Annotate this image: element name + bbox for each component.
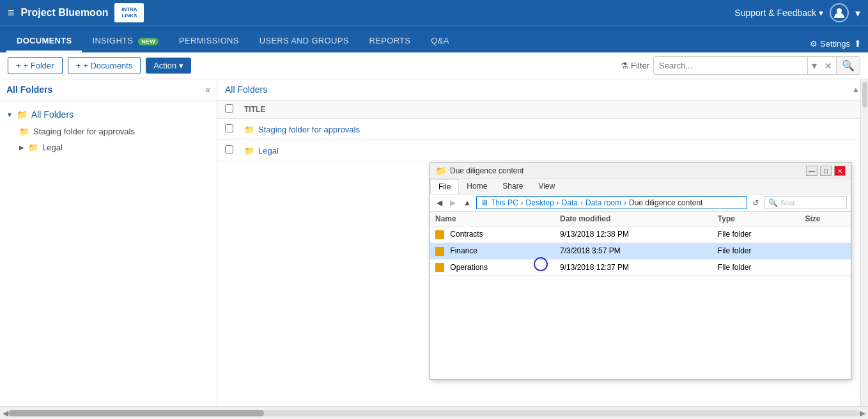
- explorer-search-box[interactable]: 🔍 Sear...: [764, 196, 847, 209]
- action-chevron-icon: ▾: [179, 61, 183, 70]
- sort-icon[interactable]: ▲: [852, 85, 860, 94]
- settings-gear-icon: ⚙: [810, 39, 818, 49]
- sidebar-item-staging[interactable]: 📁 Staging folder for approvals: [0, 123, 217, 139]
- ribbon-tab-view[interactable]: View: [531, 179, 562, 194]
- file-row-contracts[interactable]: Contracts 9/13/2018 12:38 PM File folder: [430, 226, 851, 243]
- col-size-header: Size: [800, 212, 851, 226]
- back-button[interactable]: ◀: [434, 197, 445, 209]
- tab-permissions-label: PERMISSIONS: [179, 36, 239, 45]
- refresh-button[interactable]: ↺: [750, 197, 761, 209]
- toolbar-right: ⚗ Filter ▾ ✕ 🔍: [621, 56, 860, 75]
- folder-icon: 📁: [17, 109, 27, 120]
- row-checkbox-staging: [225, 124, 244, 134]
- filter-button[interactable]: ⚗ Filter: [621, 61, 649, 70]
- sidebar-item-all-folders[interactable]: ▼ 📁 All Folders: [0, 106, 217, 123]
- file-type-finance: File folder: [713, 242, 800, 259]
- close-button[interactable]: ✕: [834, 166, 846, 176]
- tab-qa[interactable]: Q&A: [421, 31, 459, 52]
- tab-insights[interactable]: INSIGHTS new: [82, 31, 169, 52]
- breadcrumb: All Folders: [225, 84, 267, 95]
- search-submit-icon[interactable]: 🔍: [836, 57, 860, 74]
- tab-users-groups-label: USERS AND GROUPS: [260, 36, 349, 45]
- file-type-operations: File folder: [713, 259, 800, 276]
- bottom-scrollbar[interactable]: ◀ ▶: [0, 406, 868, 419]
- file-row-operations[interactable]: Operations 9/13/2018 12:37 PM File folde…: [430, 259, 851, 276]
- up-button[interactable]: ▲: [461, 197, 474, 209]
- staging-folder-row[interactable]: 📁 Staging folder for approvals: [244, 125, 860, 134]
- col-type-header: Type: [713, 212, 800, 226]
- hamburger-icon[interactable]: ≡: [8, 6, 15, 20]
- file-name-finance: Finance: [430, 242, 555, 259]
- explorer-file-list: Name Date modified Type Size Contracts 9…: [430, 212, 851, 379]
- add-documents-label: + Documents: [83, 61, 132, 70]
- support-feedback-button[interactable]: Support & Feedback ▾: [734, 8, 823, 18]
- tab-documents-label: DOCUMENTS: [17, 36, 72, 45]
- file-row-finance[interactable]: Finance 7/3/2018 3:57 PM File folder: [430, 242, 851, 259]
- legal-folder-row[interactable]: 📁 Legal: [244, 146, 860, 155]
- path-desktop: Desktop: [526, 198, 554, 207]
- ribbon-tab-home[interactable]: Home: [459, 179, 495, 194]
- explorer-window: 📁 Due diligence content — □ ✕ File Home …: [430, 162, 851, 380]
- table-row[interactable]: 📁 Legal: [217, 140, 867, 161]
- collapse-icon[interactable]: ⬆: [854, 38, 862, 49]
- select-all-checkbox[interactable]: [225, 104, 233, 113]
- checkbox-legal[interactable]: [225, 145, 233, 154]
- logo-text: INTRA LINKS: [121, 6, 137, 19]
- maximize-button[interactable]: □: [820, 166, 832, 176]
- col-name-header: Name: [430, 212, 555, 226]
- sidebar: All Folders « ▼ 📁 All Folders 📁 Staging …: [0, 79, 217, 406]
- sidebar-collapse-button[interactable]: «: [205, 84, 210, 95]
- path-thispc: This PC: [491, 198, 518, 207]
- search-input[interactable]: [654, 58, 807, 73]
- explorer-ribbon: File Home Share View: [430, 179, 851, 194]
- file-table: Name Date modified Type Size Contracts 9…: [430, 212, 851, 276]
- tab-reports-label: REPORTS: [369, 36, 411, 45]
- search-clear-icon[interactable]: ✕: [821, 58, 836, 74]
- search-dropdown-icon[interactable]: ▾: [807, 57, 821, 74]
- add-folder-label: + Folder: [24, 61, 54, 70]
- add-folder-button[interactable]: + + Folder: [8, 57, 63, 74]
- file-size-operations: [800, 259, 851, 276]
- file-size-contracts: [800, 226, 851, 243]
- scrollbar-track[interactable]: [8, 410, 860, 416]
- toolbar-left: + + Folder + + Documents Action ▾: [8, 57, 191, 74]
- checkbox-staging[interactable]: [225, 124, 233, 132]
- file-date-operations: 9/13/2018 12:37 PM: [555, 259, 713, 276]
- user-avatar[interactable]: [830, 3, 849, 22]
- add-documents-button[interactable]: + + Documents: [68, 57, 141, 74]
- main-content: All Folders « ▼ 📁 All Folders 📁 Staging …: [0, 79, 868, 406]
- support-feedback-label: Support & Feedback: [734, 8, 816, 18]
- sidebar-tree: ▼ 📁 All Folders 📁 Staging folder for app…: [0, 100, 217, 406]
- tree-expand-icon: ▼: [6, 111, 13, 118]
- scrollbar-thumb[interactable]: [8, 410, 264, 416]
- row-checkbox-legal: [225, 145, 244, 155]
- table-row[interactable]: 📁 Staging folder for approvals: [217, 119, 867, 140]
- ribbon-tab-file[interactable]: File: [430, 179, 459, 194]
- file-size-finance: [800, 242, 851, 259]
- tab-reports[interactable]: REPORTS: [359, 31, 421, 52]
- tab-permissions[interactable]: PERMISSIONS: [169, 31, 249, 52]
- tab-users-groups[interactable]: USERS AND GROUPS: [249, 31, 359, 52]
- sub-nav-tabs: DOCUMENTS INSIGHTS new PERMISSIONS USERS…: [6, 31, 460, 52]
- doc-plus-icon: +: [76, 61, 81, 70]
- checkbox-header: [225, 104, 244, 115]
- window-controls: — □ ✕: [806, 166, 846, 176]
- tab-qa-label: Q&A: [431, 36, 449, 45]
- explorer-search-placeholder: Sear...: [780, 199, 801, 207]
- scroll-right-icon[interactable]: ▶: [860, 409, 865, 418]
- scroll-left-icon[interactable]: ◀: [3, 409, 8, 418]
- path-dataroom: Data room: [585, 198, 621, 207]
- ribbon-tab-share[interactable]: Share: [495, 179, 531, 194]
- col-date-header: Date modified: [555, 212, 713, 226]
- address-path[interactable]: 🖥 This PC › Desktop › Data › Data room ›…: [476, 196, 747, 209]
- tab-documents[interactable]: DOCUMENTS: [6, 31, 82, 52]
- legal-folder-label: Legal: [42, 143, 63, 152]
- user-dropdown-icon[interactable]: ▾: [855, 7, 860, 19]
- sidebar-item-legal[interactable]: ▶ 📁 Legal: [0, 139, 217, 155]
- settings-button[interactable]: ⚙ Settings: [810, 39, 850, 49]
- vertical-scrollbar[interactable]: [860, 79, 868, 406]
- minimize-button[interactable]: —: [806, 166, 818, 176]
- action-button[interactable]: Action ▾: [146, 58, 191, 74]
- explorer-address-bar: ◀ ▶ ▲ 🖥 This PC › Desktop › Data › Data …: [430, 194, 851, 212]
- forward-button[interactable]: ▶: [447, 197, 458, 209]
